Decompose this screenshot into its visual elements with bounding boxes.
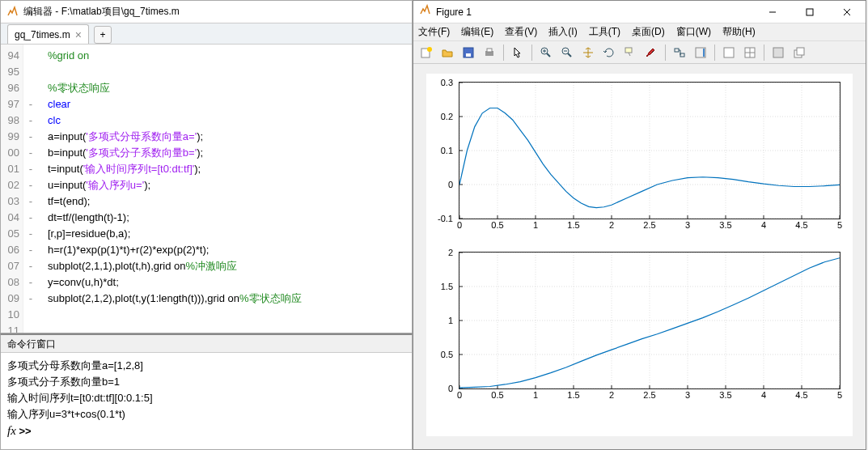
figure-title: Figure 1 (436, 6, 472, 18)
save-icon[interactable] (459, 44, 478, 62)
new-figure-icon[interactable] (417, 44, 436, 62)
code-content[interactable]: %grid on %零状态响应 clear clc a=input('多项式分母… (38, 45, 412, 333)
close-button[interactable] (828, 1, 866, 23)
command-window-title: 命令行窗口 (1, 335, 412, 353)
svg-rect-18 (675, 49, 679, 52)
menu-item[interactable]: 窗口(W) (676, 25, 711, 39)
tab-bar: gq_7times.m × + (1, 23, 412, 45)
matlab-logo-icon (6, 6, 19, 19)
pan-icon[interactable] (578, 44, 598, 62)
cmd-line: 输入序列u=3*t+cos(0.1*t) (7, 406, 407, 422)
menu-item[interactable]: 查看(V) (505, 25, 537, 39)
menu-item[interactable]: 插入(I) (548, 25, 577, 39)
editor-titlebar: 编辑器 - F:\matlab项目\gq_7times.m (1, 1, 412, 23)
svg-line-15 (568, 53, 571, 57)
svg-rect-21 (703, 49, 705, 57)
maximize-button[interactable] (791, 1, 828, 23)
close-icon[interactable]: × (75, 28, 82, 41)
svg-rect-7 (466, 53, 471, 57)
figure-titlebar: Figure 1 (413, 1, 866, 23)
zoom-in-icon[interactable] (536, 44, 556, 62)
command-prompt: >> (19, 425, 31, 437)
command-window: 命令行窗口 多项式分母系数向量a=[1,2,8] 多项式分子系数向量b=1 输入… (0, 333, 413, 450)
cmd-line: 多项式分子系数向量b=1 (7, 374, 407, 390)
datatip-icon[interactable] (620, 44, 640, 62)
menu-item[interactable]: 编辑(E) (461, 25, 493, 39)
svg-rect-1 (807, 9, 813, 15)
cmd-line: 多项式分母系数向量a=[1,2,8] (7, 358, 407, 374)
menu-item[interactable]: 工具(T) (589, 25, 620, 39)
tab-label: gq_7times.m (15, 29, 70, 40)
brush-icon[interactable] (641, 44, 661, 62)
svg-rect-28 (797, 48, 804, 55)
cmd-line: 输入时间序列t=[t0:dt:tf][0:0.1:5] (7, 390, 407, 406)
new-tab-button[interactable]: + (94, 26, 112, 44)
figure-toolbar (413, 41, 866, 64)
rotate-icon[interactable] (599, 44, 619, 62)
subplot-2[interactable]: 00.511.52 00.511.522.533.544.55 (459, 252, 840, 389)
layout-icon[interactable] (740, 44, 760, 62)
zoom-out-icon[interactable] (557, 44, 577, 62)
minimize-button[interactable] (754, 1, 791, 23)
menu-item[interactable]: 文件(F) (418, 25, 450, 39)
fold-gutter: ------------- (23, 45, 38, 333)
svg-rect-22 (724, 48, 734, 57)
dock-icon[interactable] (768, 44, 788, 62)
line-gutter: 949596979899000102030405060708091011 (1, 45, 23, 333)
legend-icon[interactable] (719, 44, 739, 62)
colorbar-icon[interactable] (691, 44, 710, 62)
open-icon[interactable] (438, 44, 457, 62)
editor-title-text: 编辑器 - F:\matlab项目\gq_7times.m (23, 5, 180, 19)
figure-menubar: 文件(F)编辑(E)查看(V)插入(I)工具(T)桌面(D)窗口(W)帮助(H) (413, 23, 866, 41)
tab-gq-7times[interactable]: gq_7times.m × (7, 24, 89, 44)
svg-rect-26 (773, 48, 783, 57)
svg-point-5 (427, 47, 432, 52)
svg-rect-9 (487, 49, 492, 52)
svg-rect-19 (680, 53, 684, 57)
command-window-body[interactable]: 多项式分母系数向量a=[1,2,8] 多项式分子系数向量b=1 输入时间序列t=… (1, 353, 412, 439)
pointer-icon[interactable] (508, 44, 527, 62)
print-icon[interactable] (480, 44, 499, 62)
svg-rect-17 (625, 48, 632, 53)
undock-icon[interactable] (790, 44, 809, 62)
figure-window: Figure 1 文件(F)编辑(E)查看(V)插入(I)工具(T)桌面(D)窗… (413, 0, 866, 450)
matlab-logo-icon (418, 4, 431, 19)
plot-area: -0.100.10.20.3 00.511.522.533.544.55 00.… (426, 74, 853, 436)
menu-item[interactable]: 帮助(H) (722, 25, 756, 39)
editor-window: 编辑器 - F:\matlab项目\gq_7times.m gq_7times.… (0, 0, 413, 333)
code-area[interactable]: 949596979899000102030405060708091011 ---… (1, 45, 412, 333)
subplot-1[interactable]: -0.100.10.20.3 00.511.522.533.544.55 (459, 82, 840, 219)
svg-line-11 (547, 53, 550, 57)
link-icon[interactable] (670, 44, 689, 62)
menu-item[interactable]: 桌面(D) (632, 25, 665, 39)
